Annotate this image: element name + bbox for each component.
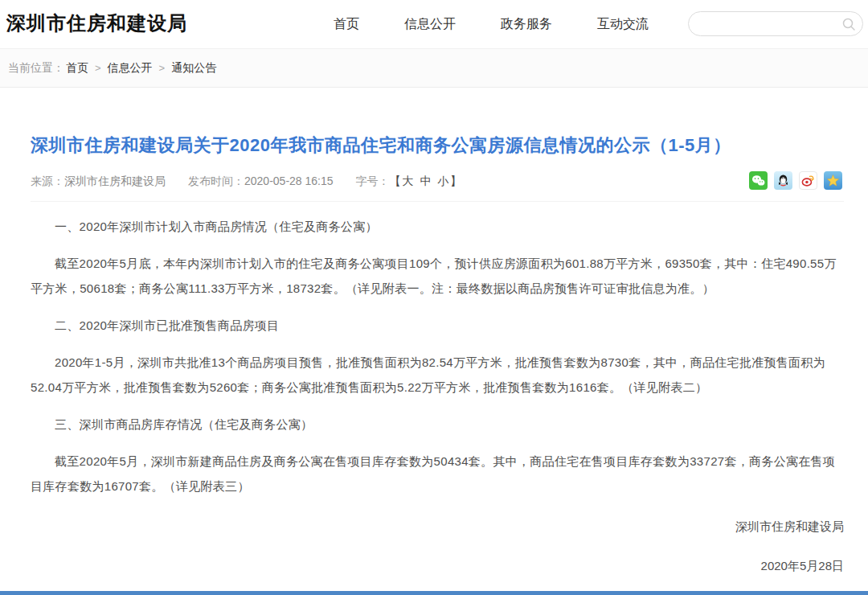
paragraph-section3-body: 截至2020年5月，深圳市新建商品住房及商务公寓在售项目库存套数为50434套。… — [31, 449, 844, 499]
meta-divider — [31, 201, 844, 202]
article-signature: 深圳市住房和建设局 — [31, 519, 844, 535]
main-nav: 首页 信息公开 政务服务 互动交流 — [334, 0, 649, 48]
meta-time-label: 发布时间： — [188, 174, 244, 187]
paragraph-section1-body: 截至2020年5月底，本年内深圳市计划入市的住宅及商务公寓项目109个，预计供应… — [31, 251, 844, 301]
search-input[interactable] — [689, 18, 838, 30]
meta-source-label: 来源： — [31, 174, 64, 187]
paragraph-section2-body: 2020年1-5月，深圳市共批准13个商品房项目预售，批准预售面积为82.54万… — [31, 350, 844, 400]
breadcrumb-item-info-disclosure[interactable]: 信息公开 — [108, 61, 153, 76]
bottom-accent-bar — [0, 591, 868, 595]
meta-source: 来源：深圳市住房和建设局 — [31, 174, 166, 189]
site-title: 深圳市住房和建设局 — [6, 10, 187, 36]
search-box[interactable] — [688, 11, 863, 36]
meta-source-value: 深圳市住房和建设局 — [64, 174, 166, 187]
site-header: 深圳市住房和建设局 首页 信息公开 政务服务 互动交流 — [0, 0, 868, 48]
meta-publish-time: 发布时间：2020-05-28 16:15 — [188, 174, 334, 189]
meta-time-value: 2020-05-28 16:15 — [244, 174, 334, 187]
nav-item-interaction[interactable]: 互动交流 — [597, 16, 649, 33]
breadcrumb-separator: > — [95, 62, 101, 74]
nav-item-info-disclosure[interactable]: 信息公开 — [404, 16, 456, 33]
article-title: 深圳市住房和建设局关于2020年我市商品住宅和商务公寓房源信息情况的公示（1-5… — [31, 133, 844, 158]
article-body: 一、2020年深圳市计划入市商品房情况（住宅及商务公寓） 截至2020年5月底，… — [31, 214, 844, 499]
breadcrumb-label: 当前位置： — [8, 61, 64, 76]
search-icon[interactable] — [838, 14, 859, 35]
breadcrumb-item-home[interactable]: 首页 — [66, 61, 88, 76]
nav-item-gov-services[interactable]: 政务服务 — [501, 16, 552, 33]
breadcrumb: 当前位置： 首页 > 信息公开 > 通知公告 — [0, 48, 868, 88]
qzone-share-icon[interactable] — [824, 171, 842, 190]
breadcrumb-separator: > — [159, 62, 166, 74]
paragraph-section3-heading: 三、深圳市商品房库存情况（住宅及商务公寓） — [31, 412, 844, 437]
weibo-share-icon[interactable] — [799, 171, 817, 190]
wechat-share-icon[interactable] — [749, 171, 768, 190]
article: 深圳市住房和建设局关于2020年我市商品住宅和商务公寓房源信息情况的公示（1-5… — [0, 133, 868, 582]
qq-share-icon[interactable] — [774, 171, 792, 190]
meta-fontsize-label: 字号： — [356, 174, 390, 187]
paragraph-section2-heading: 二、2020年深圳市已批准预售商品房项目 — [31, 313, 844, 338]
breadcrumb-item-notices[interactable]: 通知公告 — [171, 61, 216, 76]
share-buttons — [749, 171, 842, 190]
article-meta: 来源：深圳市住房和建设局 发布时间：2020-05-28 16:15 字号：【大… — [31, 174, 844, 189]
paragraph-section1-heading: 一、2020年深圳市计划入市商品房情况（住宅及商务公寓） — [31, 214, 844, 239]
meta-fontsize: 字号：【大 中 小】 — [356, 174, 464, 189]
fontsize-selector[interactable]: 【大 中 小】 — [390, 174, 464, 187]
article-date: 2020年5月28日 — [31, 559, 844, 582]
nav-item-home[interactable]: 首页 — [334, 16, 359, 33]
